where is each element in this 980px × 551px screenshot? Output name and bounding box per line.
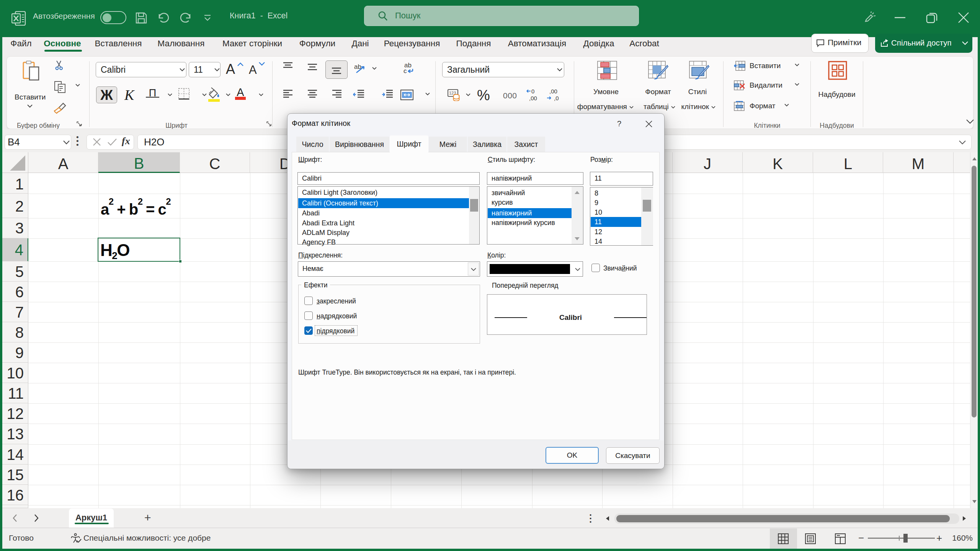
svg-text:c: c — [403, 67, 407, 75]
svg-text:,00: ,00 — [549, 88, 557, 95]
svg-text:0: 0 — [531, 88, 534, 95]
svg-text:,00: ,00 — [529, 95, 537, 101]
svg-text:,0: ,0 — [554, 95, 559, 101]
